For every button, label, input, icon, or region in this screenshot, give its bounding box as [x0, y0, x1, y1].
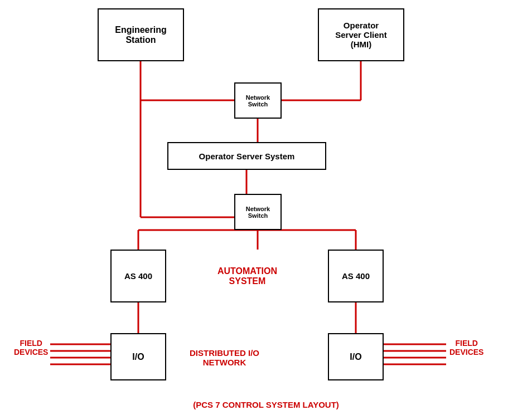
field-devices-left-label: FIELDDEVICES	[14, 339, 48, 356]
automation-system-label: AUTOMATIONSYSTEM	[217, 266, 277, 286]
network-switch-mid-label: NetworkSwitch	[246, 206, 270, 219]
as400-left-box: AS 400	[110, 250, 166, 302]
engineering-station-label: Engineering Station	[99, 25, 183, 45]
as400-right-box: AS 400	[328, 250, 384, 302]
operator-server-client-box: OperatorServer Client(HMI)	[318, 8, 404, 61]
network-switch-mid-box: NetworkSwitch	[234, 194, 282, 230]
field-devices-right-label: FIELDDEVICES	[449, 339, 483, 356]
diagram: Engineering Station OperatorServer Clien…	[0, 0, 532, 420]
io-left-label: I/O	[132, 352, 144, 362]
as400-right-label: AS 400	[342, 271, 370, 281]
as400-left-label: AS 400	[124, 271, 152, 281]
network-switch-top-box: NetworkSwitch	[234, 82, 282, 119]
operator-server-system-box: Operator Server System	[167, 142, 326, 170]
distributed-io-label: DISTRIBUTED I/ONETWORK	[190, 348, 259, 367]
io-right-box: I/O	[328, 333, 384, 380]
network-switch-top-label: NetworkSwitch	[246, 94, 270, 108]
operator-server-system-label: Operator Server System	[199, 152, 295, 161]
operator-server-client-label: OperatorServer Client(HMI)	[335, 21, 387, 49]
io-right-label: I/O	[350, 352, 361, 362]
io-left-box: I/O	[110, 333, 166, 380]
footer-label: (PCS 7 CONTROL SYSTEM LAYOUT)	[0, 400, 532, 409]
engineering-station-box: Engineering Station	[98, 8, 184, 61]
